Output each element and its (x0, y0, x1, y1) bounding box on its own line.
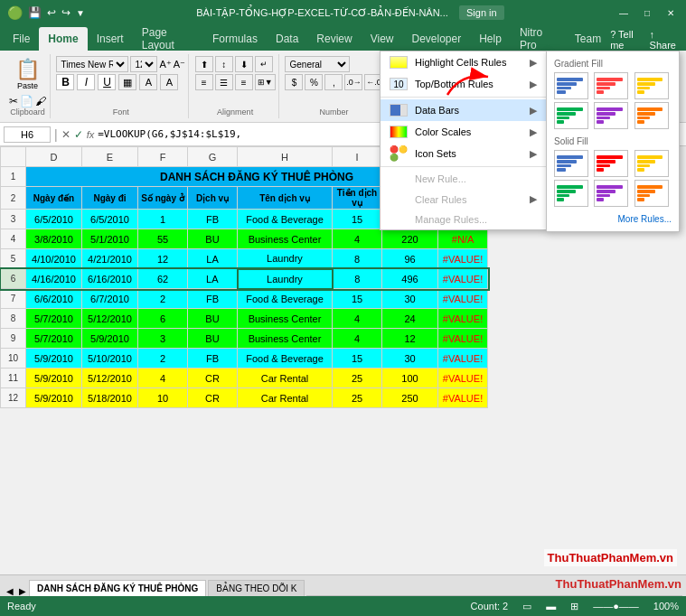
italic-button[interactable]: I (77, 74, 95, 90)
align-right-icon[interactable]: ≡ (235, 74, 253, 90)
sheet-nav-right[interactable]: ▶ (16, 586, 29, 596)
tab-file[interactable]: File (4, 27, 39, 51)
cancel-formula-icon[interactable]: ✕ (61, 128, 70, 141)
db-red-gradient[interactable] (594, 72, 628, 99)
format-painter-icon[interactable]: 🖌 (35, 95, 46, 107)
db-blue-solid[interactable] (554, 150, 588, 177)
col-header-g[interactable]: G (188, 147, 238, 167)
sheet-tab-1[interactable]: DANH SÁCH ĐĂNG KÝ THUÊ PHÒNG (29, 580, 206, 596)
percent-icon[interactable]: % (305, 74, 323, 90)
header-tien-dich-vu[interactable]: Tiền dịch vụ (333, 187, 382, 210)
db-red-solid[interactable] (594, 150, 628, 177)
font-size-select[interactable]: 12 (130, 56, 157, 72)
quick-access-more[interactable]: ▼ (76, 8, 85, 18)
tab-data[interactable]: Data (267, 27, 307, 51)
font-color-icon[interactable]: A (160, 74, 178, 90)
tab-view[interactable]: View (362, 27, 403, 51)
cell-reference-box[interactable] (4, 126, 51, 143)
paste-button[interactable]: 📋 Paste (10, 56, 46, 92)
tab-insert[interactable]: Insert (88, 27, 133, 51)
tab-nitro-pro[interactable]: Nitro Pro (511, 27, 566, 51)
quick-access-save[interactable]: 💾 (28, 6, 42, 19)
col-header-e[interactable]: E (82, 147, 138, 167)
bold-button[interactable]: B (56, 74, 74, 90)
cf-icon-sets[interactable]: 🔴🟡🟢 Icon Sets ▶ (381, 143, 546, 164)
table-row: 10 5/9/2010 5/10/2010 2 FB Food & Bevera… (1, 349, 488, 369)
maximize-button[interactable]: □ (639, 5, 655, 21)
cut-icon[interactable]: ✂ (9, 95, 18, 107)
align-middle-icon[interactable]: ↕ (215, 56, 233, 72)
font-name-select[interactable]: Times New R (56, 56, 128, 72)
tab-review[interactable]: Review (307, 27, 361, 51)
db-green-solid[interactable] (554, 180, 588, 207)
tab-home[interactable]: Home (39, 27, 87, 51)
sheet-nav-left[interactable]: ◀ (4, 586, 16, 596)
col-header-i[interactable]: I (333, 147, 382, 167)
cf-new-rule[interactable]: New Rule... (381, 169, 546, 189)
clearrules-arrow: ▶ (530, 193, 537, 205)
align-center-icon[interactable]: ☰ (215, 74, 233, 90)
minimize-button[interactable]: — (616, 5, 632, 21)
align-top-icon[interactable]: ⬆ (195, 56, 213, 72)
increase-decimal-icon[interactable]: .0→ (344, 74, 362, 90)
db-orange-gradient[interactable] (634, 102, 669, 129)
decrease-font-icon[interactable]: A⁻ (174, 59, 185, 70)
view-page-break-icon[interactable]: ⊞ (570, 601, 578, 612)
header-ngay-den[interactable]: Ngày đến (26, 187, 82, 210)
solid-fill-grid (554, 150, 672, 207)
window-title: BÀI-TẬP-TỔNG-HỢP-EXCEL-TỪ-CƠ-BẢN-ĐẾN-NÂN… (85, 7, 616, 19)
header-ten-dich-vu[interactable]: Tên dịch vụ (238, 187, 333, 210)
number-format-select[interactable]: General (285, 56, 350, 72)
cf-highlight-cells[interactable]: Highlight Cells Rules ▶ (381, 51, 546, 73)
tell-me-input[interactable]: ? Tell me (610, 29, 644, 51)
header-ngay-di[interactable]: Ngày đi (82, 187, 138, 210)
align-bottom-icon[interactable]: ⬇ (235, 56, 253, 72)
cf-clear-rules[interactable]: Clear Rules ▶ (381, 189, 546, 210)
tab-help[interactable]: Help (470, 27, 511, 51)
header-so-ngay[interactable]: Số ngày ở (138, 187, 188, 210)
sheet-tab-2[interactable]: BẢNG THEO DÕI K (208, 580, 305, 596)
comma-icon[interactable]: , (324, 74, 343, 90)
increase-font-icon[interactable]: A⁺ (159, 59, 171, 70)
col-header-d[interactable]: D (26, 147, 82, 167)
wrap-text-icon[interactable]: ↵ (255, 56, 273, 72)
border-icon[interactable]: ▦ (118, 74, 136, 90)
zoom-slider[interactable]: ——●—— (593, 601, 639, 611)
db-yellow-solid[interactable] (634, 150, 669, 177)
db-blue-gradient[interactable] (554, 72, 588, 99)
close-button[interactable]: ✕ (663, 5, 679, 21)
quick-access-redo[interactable]: ↪ (61, 6, 70, 19)
col-header-f[interactable]: F (138, 147, 188, 167)
insert-function-icon[interactable]: fx (87, 129, 95, 140)
copy-icon[interactable]: 📄 (20, 95, 33, 107)
view-layout-icon[interactable]: ▬ (546, 601, 556, 611)
currency-icon[interactable]: $ (285, 74, 303, 90)
tab-team[interactable]: Team (566, 27, 610, 51)
alignment-group: ⬆ ↕ ⬇ ↵ ≡ ☰ ≡ ⊞▼ Alignment (193, 54, 279, 118)
fill-color-icon[interactable]: A (139, 74, 157, 90)
align-left-icon[interactable]: ≡ (195, 74, 213, 90)
db-orange-solid[interactable] (634, 180, 669, 207)
quick-access-undo[interactable]: ↩ (47, 6, 56, 19)
cf-manage-rules[interactable]: Manage Rules... (381, 210, 546, 229)
db-green-gradient[interactable] (554, 102, 588, 129)
more-rules-link[interactable]: More Rules... (554, 214, 672, 224)
merge-center-icon[interactable]: ⊞▼ (255, 74, 276, 90)
tab-developer[interactable]: Developer (402, 27, 470, 51)
db-purple-solid[interactable] (594, 180, 628, 207)
cf-top-bottom[interactable]: 10 Top/Bottom Rules ▶ (381, 73, 546, 95)
cf-data-bars[interactable]: Data Bars ▶ (381, 99, 546, 121)
header-dich-vu[interactable]: Dịch vụ (188, 187, 238, 210)
cf-color-scales[interactable]: Color Scales ▶ (381, 121, 546, 143)
col-header-h[interactable]: H (238, 147, 333, 167)
databars-arrow: ▶ (530, 105, 537, 117)
underline-button[interactable]: U (98, 74, 116, 90)
row-num-1: 1 (1, 167, 26, 187)
confirm-formula-icon[interactable]: ✓ (74, 128, 83, 141)
db-yellow-gradient[interactable] (634, 72, 669, 99)
tab-page-layout[interactable]: Page Layout (133, 27, 203, 51)
share-button[interactable]: ↑ Share (650, 29, 679, 51)
db-purple-gradient[interactable] (594, 102, 628, 129)
tab-formulas[interactable]: Formulas (203, 27, 267, 51)
view-normal-icon[interactable]: ▭ (522, 601, 531, 612)
